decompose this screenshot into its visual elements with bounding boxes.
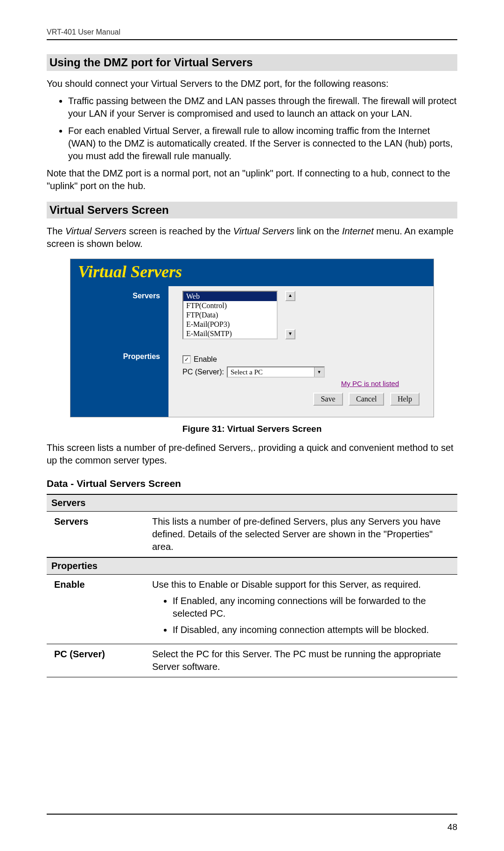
page-number: 48 <box>47 814 457 832</box>
after-figure-text: This screen lists a number of pre-define… <box>47 442 457 467</box>
panel-title: Virtual Servers <box>70 259 434 286</box>
help-button[interactable]: Help <box>390 393 420 406</box>
pc-server-label: PC (Server): <box>182 368 224 376</box>
section-heading-vs: Virtual Servers Screen <box>47 202 457 218</box>
my-pc-not-listed-link[interactable]: My PC is not listed <box>341 380 399 387</box>
bullet-list: Traffic passing between the DMZ and LAN … <box>47 95 457 162</box>
doc-header: VRT-401 User Manual <box>47 28 457 40</box>
bullet-item: Traffic passing between the DMZ and LAN … <box>68 95 457 120</box>
listbox-option[interactable]: E-Mail(SMTP) <box>183 329 277 338</box>
label-properties: Properties <box>70 347 168 417</box>
pc-server-select[interactable]: Select a PC ▼ <box>227 366 325 378</box>
table-key: Servers <box>47 512 147 558</box>
chevron-down-icon[interactable]: ▼ <box>314 367 324 377</box>
data-table: Servers Servers This lists a number of p… <box>47 494 457 677</box>
table-value: This lists a number of pre-defined Serve… <box>147 512 457 558</box>
pc-select-value: Select a PC <box>231 368 263 376</box>
vs-intro: The Virtual Servers screen is reached by… <box>47 225 457 250</box>
table-bullet: If Disabled, any incoming connection att… <box>173 624 453 636</box>
scroll-down-icon[interactable]: ▼ <box>285 329 295 339</box>
intro-text: You should connect your Virtual Servers … <box>47 77 457 90</box>
figure-caption: Figure 31: Virtual Servers Screen <box>47 424 457 434</box>
table-value: Use this to Enable or Disable support fo… <box>147 575 457 644</box>
note-text: Note that the DMZ port is a normal port,… <box>47 167 457 192</box>
enable-checkbox[interactable]: ✓ <box>182 355 191 364</box>
cancel-button[interactable]: Cancel <box>349 393 384 406</box>
section-heading-dmz: Using the DMZ port for Virtual Servers <box>47 54 457 71</box>
table-section-header: Properties <box>47 557 457 575</box>
table-key: PC (Server) <box>47 644 147 677</box>
data-table-heading: Data - Virtual Servers Screen <box>47 478 457 489</box>
enable-label: Enable <box>194 355 217 364</box>
label-servers: Servers <box>70 286 168 347</box>
listbox-option[interactable]: FTP(Control) <box>183 301 277 310</box>
listbox-option[interactable]: FTP(Data) <box>183 310 277 320</box>
servers-listbox[interactable]: Web FTP(Control) FTP(Data) E-Mail(POP3) … <box>182 291 278 339</box>
listbox-option[interactable]: E-Mail(POP3) <box>183 320 277 329</box>
listbox-option[interactable]: Web <box>183 292 277 301</box>
table-key: Enable <box>47 575 147 644</box>
table-bullet: If Enabled, any incoming connections wil… <box>173 595 453 620</box>
virtual-servers-screenshot: Virtual Servers Servers Web FTP(Control)… <box>70 259 434 417</box>
scroll-up-icon[interactable]: ▲ <box>285 291 295 301</box>
save-button[interactable]: Save <box>313 393 343 406</box>
table-value: Select the PC for this Server. The PC mu… <box>147 644 457 677</box>
table-section-header: Servers <box>47 494 457 512</box>
bullet-item: For each enabled Virtual Server, a firew… <box>68 125 457 162</box>
